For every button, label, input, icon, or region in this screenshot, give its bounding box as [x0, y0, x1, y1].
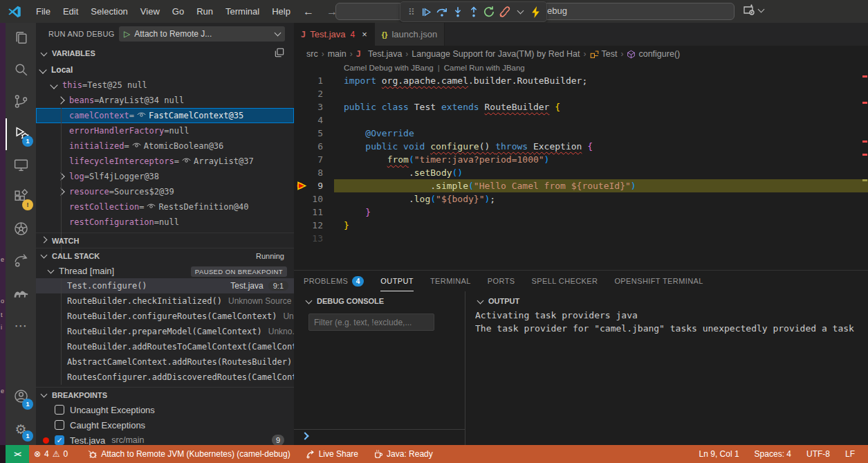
drag-handle-icon[interactable]: ⠿ [404, 3, 418, 20]
status-encoding[interactable]: UTF-8 [800, 445, 836, 463]
variable-row-initialized[interactable]: initialized = AtomicBoolean@36 [36, 138, 294, 154]
breakpoint-row[interactable]: Caught Exceptions [36, 417, 294, 433]
variable-row-camelContext[interactable]: camelContext = FastCamelContext@35 [36, 108, 294, 123]
activity-item-remote-explorer[interactable] [6, 150, 36, 182]
tab-launch-json[interactable]: {}launch.json [375, 23, 445, 46]
step-into-icon[interactable] [451, 3, 465, 20]
lazy-eye-icon[interactable] [179, 156, 194, 166]
status-cursor-position[interactable]: Ln 9, Col 1 [693, 445, 746, 463]
live-share-status[interactable]: Live Share [301, 445, 363, 463]
breakpoint-row[interactable]: Uncaught Exceptions [36, 402, 294, 417]
line-number[interactable]: 6 [294, 140, 323, 153]
output-pane-header[interactable]: OUTPUT [472, 293, 519, 309]
code-line-3[interactable]: 3public class Test extends RouteBuilder … [294, 100, 868, 114]
lazy-eye-icon[interactable] [144, 202, 158, 212]
code-line-4[interactable]: 4 [294, 114, 868, 127]
activity-item-run-and-debug[interactable]: 1 [6, 118, 36, 150]
twistie-icon[interactable] [57, 96, 64, 104]
line-number[interactable]: 7 [294, 153, 323, 166]
line-number[interactable]: 10 [294, 192, 323, 206]
stack-frame-row[interactable]: RouteBuilder.checkInitialized()Unknown S… [36, 293, 294, 309]
problems-status[interactable]: ⊗ 4 ⚠ 0 [29, 445, 73, 463]
breakpoint-checkbox[interactable] [55, 405, 64, 415]
variable-row-errorHandlerFactory[interactable]: errorHandlerFactory = null [36, 123, 294, 138]
code-line-11[interactable]: 11 } [294, 206, 868, 219]
panel-tab-output[interactable]: OUTPUT [380, 271, 414, 291]
panel-tab-spell-checker[interactable]: SPELL CHECKER [532, 271, 598, 291]
menu-terminal[interactable]: Terminal [219, 0, 266, 23]
code-line-1[interactable]: 1import org.apache.camel.builder.RouteBu… [294, 74, 868, 87]
session-dropdown-icon[interactable] [513, 3, 528, 20]
hot-code-replace-icon[interactable] [529, 3, 544, 20]
stack-frame-row[interactable]: RouteBuilder.prepareModel(CamelContext)U… [36, 324, 294, 339]
step-out-icon[interactable] [466, 3, 481, 20]
close-icon[interactable]: × [362, 29, 367, 39]
restart-icon[interactable] [482, 3, 497, 20]
variable-row-Local[interactable]: Local [36, 62, 294, 78]
breakpoint-checkbox[interactable] [55, 420, 64, 430]
breakpoints-section-header[interactable]: BREAKPOINTS [36, 387, 294, 402]
activity-item-source-control[interactable] [6, 87, 36, 118]
code-line-2[interactable]: 2 [294, 87, 868, 100]
line-number[interactable]: 2 [294, 87, 323, 100]
activity-item-more[interactable]: ⋯ [6, 309, 36, 341]
step-over-icon[interactable] [435, 3, 450, 20]
paused-breakpoint-icon[interactable] [296, 181, 308, 191]
panel-tab-ports[interactable]: PORTS [488, 271, 515, 291]
debug-console-header[interactable]: DEBUG CONSOLE [301, 293, 384, 309]
code-line-8[interactable]: 8 .setBody() [294, 166, 868, 179]
menu-file[interactable]: File [30, 0, 57, 23]
code-line-9[interactable]: 9 .simple("Hello Camel from ${routeId}") [294, 179, 868, 192]
code-line-13[interactable]: 13 [294, 232, 868, 245]
codelens-camel-run-link[interactable]: Camel Run with JBang [444, 64, 525, 72]
code-line-7[interactable]: 7 from("timer:java?period=1000") [294, 153, 868, 166]
watch-section-header[interactable]: WATCH [36, 233, 294, 248]
launch-config-dropdown[interactable]: ▷ Attach to Remote J... [119, 26, 285, 42]
activity-item-settings[interactable]: ⚙1 [6, 413, 36, 445]
variable-row-restConfiguration[interactable]: restConfiguration = null [36, 215, 294, 230]
tab-test-java[interactable]: JTest.java4× [294, 23, 375, 46]
remote-window-control[interactable] [741, 3, 764, 17]
line-number[interactable]: 13 [294, 232, 323, 245]
line-number[interactable]: 11 [294, 206, 323, 219]
stack-frame-row[interactable]: AbstractCamelContext.addRoutes(RoutesBui… [36, 354, 294, 370]
breadcrumb-item-2[interactable]: main [328, 49, 347, 59]
call-stack-section-header[interactable]: CALL STACK Running [36, 248, 294, 263]
stack-frame-row[interactable]: Test.configure()Test.java9:1 [36, 278, 294, 293]
activity-item-kubernetes[interactable] [6, 214, 36, 246]
code-line-10[interactable]: 10 .log("${body}"); [294, 192, 868, 206]
code-line-6[interactable]: 6 public void configure() throws Excepti… [294, 140, 868, 153]
codelens-camel-debug-link[interactable]: Camel Debug with JBang [344, 64, 434, 72]
menu-go[interactable]: Go [166, 0, 190, 23]
variable-row-lifecycleInterceptors[interactable]: lifecycleInterceptors = ArrayList@37 [36, 154, 294, 169]
menu-help[interactable]: Help [266, 0, 297, 23]
breadcrumb-item-6[interactable]: configure() [627, 49, 680, 59]
continue-icon[interactable] [420, 3, 434, 20]
thread-row[interactable]: Thread [main] PAUSED ON BREAKPOINT [36, 263, 294, 278]
debug-session-status[interactable]: Attach to Remote JVM (Kubernetes) (camel… [82, 445, 295, 463]
breadcrumb-item-5[interactable]: Test [590, 49, 618, 59]
debug-repl-row[interactable] [294, 429, 465, 446]
code-line-5[interactable]: 5 @Override [294, 127, 868, 140]
open-panel-icon[interactable] [275, 48, 284, 59]
line-number[interactable]: 4 [294, 114, 323, 127]
java-status[interactable]: Java: Ready [369, 445, 438, 463]
panel-tab-openshift-terminal[interactable]: OPENSHIFT TERMINAL [614, 271, 703, 291]
lazy-eye-icon[interactable] [129, 141, 144, 151]
panel-tab-terminal[interactable]: TERMINAL [430, 271, 471, 291]
activity-item-openshift[interactable] [6, 246, 36, 278]
code-editor[interactable]: 1import org.apache.camel.builder.RouteBu… [294, 74, 868, 245]
disconnect-icon[interactable] [497, 3, 512, 20]
activity-item-search[interactable] [6, 55, 36, 87]
stack-frame-row[interactable]: RoutesConfigurer.addDiscoveredRoutes(Cam… [36, 370, 294, 385]
breadcrumb-item-3[interactable]: JTest.java [356, 49, 403, 59]
lazy-eye-icon[interactable] [134, 111, 149, 120]
debug-console-filter-input[interactable] [308, 314, 434, 331]
status-indentation[interactable]: Spaces: 4 [748, 445, 797, 463]
code-line-12[interactable]: 12} [294, 219, 868, 232]
activity-item-extensions[interactable]: ! [6, 182, 36, 214]
activity-item-explorer[interactable] [6, 23, 36, 55]
line-number[interactable]: 3 [294, 100, 323, 114]
back-icon[interactable]: ← [297, 6, 320, 18]
breadcrumb-item-1[interactable]: src [306, 49, 318, 59]
